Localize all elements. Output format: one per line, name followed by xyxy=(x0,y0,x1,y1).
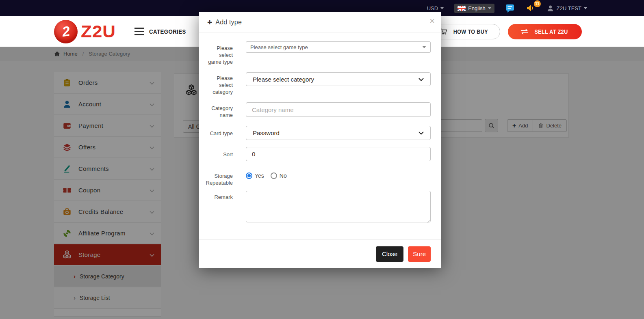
chevron-down-icon xyxy=(440,7,444,9)
remark-textarea[interactable] xyxy=(246,191,431,222)
user-icon xyxy=(546,4,554,12)
category-value: Please select category xyxy=(253,76,314,83)
modal-footer: Close Sure xyxy=(199,239,441,268)
how-to-buy-label: HOW TO BUY xyxy=(453,28,488,35)
user-menu[interactable]: Z2U TEST xyxy=(546,4,587,12)
categories-label: CATEGORIES xyxy=(149,28,186,35)
radio-yes[interactable] xyxy=(246,172,252,179)
dropdown-arrow-icon xyxy=(422,46,426,48)
game-type-label: Please select game type xyxy=(204,45,233,65)
logo-mark-icon: 2 xyxy=(54,20,78,43)
uk-flag-icon xyxy=(458,6,466,11)
remark-label: Remark xyxy=(204,194,233,200)
currency-selector[interactable]: USD xyxy=(427,5,444,11)
radio-yes-label: Yes xyxy=(255,172,264,179)
sell-at-z2u-label: SELL AT Z2U xyxy=(534,28,568,35)
exchange-arrows-icon xyxy=(520,28,529,35)
sort-label: Sort xyxy=(204,151,233,158)
card-type-select[interactable]: Password xyxy=(246,126,431,140)
add-type-modal: + Add type × Please select game type Ple… xyxy=(199,12,441,268)
radio-no[interactable] xyxy=(271,172,277,179)
close-button[interactable]: Close xyxy=(376,246,403,262)
chevron-down-icon xyxy=(584,7,587,9)
game-type-select[interactable]: Please select game type xyxy=(246,41,431,53)
modal-title: Add type xyxy=(215,19,242,26)
card-type-value: Password xyxy=(253,129,280,136)
sell-at-z2u-button[interactable]: SELL AT Z2U xyxy=(508,24,582,39)
chevron-down-icon xyxy=(418,129,424,136)
notification-badge: 11 xyxy=(534,0,541,7)
category-label: Please select category xyxy=(204,75,233,95)
sure-button[interactable]: Sure xyxy=(408,246,431,262)
modal-header: + Add type xyxy=(199,12,441,32)
hamburger-icon xyxy=(134,28,144,35)
category-name-input[interactable] xyxy=(246,102,431,117)
game-type-value: Please select game type xyxy=(250,44,308,50)
categories-menu[interactable]: CATEGORIES xyxy=(134,28,191,35)
chat-button[interactable] xyxy=(505,3,515,13)
language-label: English xyxy=(468,5,486,11)
category-select[interactable]: Please select category xyxy=(246,72,431,86)
notifications-button[interactable]: 11 xyxy=(525,3,536,13)
storage-repeatable-label: Storage Repeatable xyxy=(204,172,233,186)
category-name-label: Category name xyxy=(204,105,233,119)
sort-input[interactable] xyxy=(246,147,431,161)
close-icon[interactable]: × xyxy=(429,17,435,26)
chevron-down-icon xyxy=(488,7,491,9)
plus-icon: + xyxy=(207,17,212,27)
currency-label: USD xyxy=(427,5,438,11)
z2u-logo[interactable]: 2 Z2U xyxy=(54,20,116,43)
logo-text: Z2U xyxy=(81,22,116,41)
card-type-label: Card type xyxy=(204,130,233,137)
username-label: Z2U TEST xyxy=(557,5,581,11)
radio-no-label: No xyxy=(280,172,287,179)
chevron-down-icon xyxy=(418,76,424,83)
language-selector[interactable]: English xyxy=(454,4,494,13)
chat-icon xyxy=(505,3,515,13)
